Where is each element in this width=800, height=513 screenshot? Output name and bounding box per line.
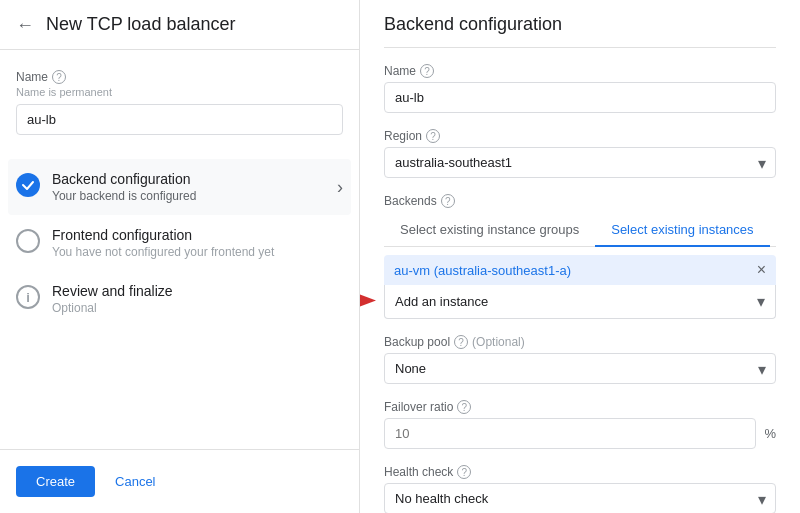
name-sublabel: Name is permanent xyxy=(16,86,343,98)
right-title: Backend configuration xyxy=(384,14,562,34)
left-panel: ← New TCP load balancer Name ? Name is p… xyxy=(0,0,360,513)
step-frontend-subtitle: You have not configured your frontend ye… xyxy=(52,245,343,259)
region-field: Region ? australia-southeast1 ▾ xyxy=(384,129,776,178)
health-check-field: Health check ? No health check ▾ xyxy=(384,465,776,513)
tab-instance-groups[interactable]: Select existing instance groups xyxy=(384,214,595,247)
health-check-label: Health check ? xyxy=(384,465,776,479)
region-label: Region ? xyxy=(384,129,776,143)
step-review-subtitle: Optional xyxy=(52,301,343,315)
backup-pool-label: Backup pool ? (Optional) xyxy=(384,335,776,349)
failover-ratio-label: Failover ratio ? xyxy=(384,400,776,414)
step-frontend-icon xyxy=(16,229,40,253)
step-backend[interactable]: Backend configuration Your backend is co… xyxy=(8,159,351,215)
backup-pool-help-icon[interactable]: ? xyxy=(454,335,468,349)
step-backend-arrow: › xyxy=(337,177,343,198)
name-input[interactable] xyxy=(16,104,343,135)
step-review[interactable]: i Review and finalize Optional xyxy=(16,271,343,327)
step-backend-title: Backend configuration xyxy=(52,171,325,187)
right-name-input[interactable] xyxy=(384,82,776,113)
tab-instances[interactable]: Select existing instances xyxy=(595,214,769,247)
step-review-icon: i xyxy=(16,285,40,309)
right-name-label: Name ? xyxy=(384,64,776,78)
region-help-icon[interactable]: ? xyxy=(426,129,440,143)
step-backend-content: Backend configuration Your backend is co… xyxy=(52,171,325,203)
name-label: Name ? xyxy=(16,70,343,84)
step-frontend[interactable]: Frontend configuration You have not conf… xyxy=(16,215,343,271)
cancel-button[interactable]: Cancel xyxy=(103,466,167,497)
backup-pool-select-wrapper: None ▾ xyxy=(384,353,776,384)
failover-ratio-input[interactable] xyxy=(384,418,756,449)
instance-chip-close[interactable]: × xyxy=(757,261,766,279)
step-review-content: Review and finalize Optional xyxy=(52,283,343,315)
right-name-help-icon[interactable]: ? xyxy=(420,64,434,78)
steps-list: Backend configuration Your backend is co… xyxy=(16,159,343,327)
name-section: Name ? Name is permanent xyxy=(16,70,343,135)
backup-pool-optional: (Optional) xyxy=(472,335,525,349)
region-select[interactable]: australia-southeast1 xyxy=(384,147,776,178)
failover-ratio-field: Failover ratio ? % xyxy=(384,400,776,449)
step-frontend-content: Frontend configuration You have not conf… xyxy=(52,227,343,259)
instance-chip-row: au-vm (australia-southeast1-a) × xyxy=(384,255,776,285)
left-header: ← New TCP load balancer xyxy=(0,0,359,50)
backends-help-icon[interactable]: ? xyxy=(441,194,455,208)
create-button[interactable]: Create xyxy=(16,466,95,497)
left-content: Name ? Name is permanent Backend configu… xyxy=(0,50,359,449)
health-check-select-wrapper: No health check ▾ xyxy=(384,483,776,513)
backup-pool-field: Backup pool ? (Optional) None ▾ xyxy=(384,335,776,384)
right-header: Backend configuration xyxy=(384,0,776,48)
add-instance-dropdown-arrow[interactable]: ▾ xyxy=(757,292,765,311)
add-instance-text: Add an instance xyxy=(395,294,757,309)
backends-label: Backends ? xyxy=(384,194,776,208)
right-panel: Backend configuration Name ? Region ? au… xyxy=(360,0,800,513)
backends-section: Backends ? Select existing instance grou… xyxy=(384,194,776,319)
step-frontend-title: Frontend configuration xyxy=(52,227,343,243)
health-check-help-icon[interactable]: ? xyxy=(457,465,471,479)
percent-label: % xyxy=(764,426,776,441)
button-row: Create Cancel xyxy=(0,449,359,513)
health-check-select[interactable]: No health check xyxy=(384,483,776,513)
region-select-wrapper: australia-southeast1 ▾ xyxy=(384,147,776,178)
back-button[interactable]: ← xyxy=(16,16,34,34)
step-backend-subtitle: Your backend is configured xyxy=(52,189,325,203)
instance-chip-label: au-vm (australia-southeast1-a) xyxy=(394,263,749,278)
add-instance-row[interactable]: Add an instance ▾ xyxy=(384,285,776,319)
page-title: New TCP load balancer xyxy=(46,14,235,35)
failover-ratio-row: % xyxy=(384,418,776,449)
failover-ratio-help-icon[interactable]: ? xyxy=(457,400,471,414)
backup-pool-select[interactable]: None xyxy=(384,353,776,384)
step-review-title: Review and finalize xyxy=(52,283,343,299)
backends-tabs: Select existing instance groups Select e… xyxy=(384,214,776,247)
name-help-icon[interactable]: ? xyxy=(52,70,66,84)
annotation-arrow xyxy=(360,288,379,315)
right-name-field: Name ? xyxy=(384,64,776,113)
step-backend-icon xyxy=(16,173,40,197)
